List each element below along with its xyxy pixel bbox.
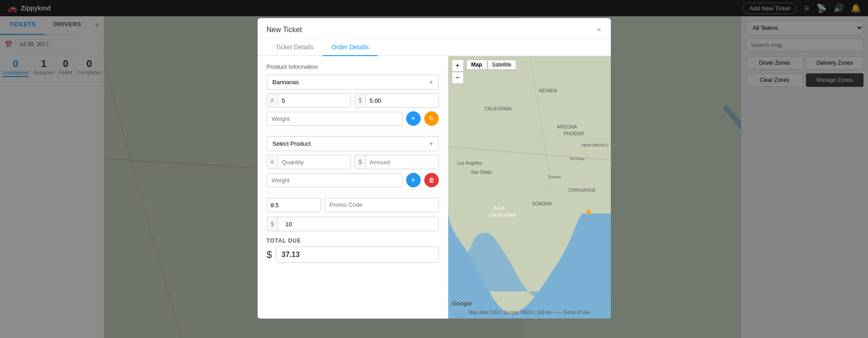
product1-price-prefix: $ bbox=[355, 94, 366, 107]
product2-quantity-input[interactable] bbox=[278, 156, 350, 169]
product1-weight-row: + ↻ bbox=[267, 111, 439, 126]
modal-map-controls: + − bbox=[452, 60, 464, 84]
svg-text:CHIHUAHUA: CHIHUAHUA bbox=[568, 188, 595, 193]
tip-row: $ bbox=[267, 217, 439, 231]
product2-price-prefix: $ bbox=[355, 155, 366, 169]
product1-quantity-input[interactable] bbox=[278, 94, 350, 107]
product1-refresh-button[interactable]: ↻ bbox=[424, 111, 439, 126]
tip-input[interactable] bbox=[282, 218, 438, 231]
google-logo: Google bbox=[452, 300, 472, 307]
product2-quantity-wrap: # bbox=[267, 155, 351, 169]
modal-close-button[interactable]: × bbox=[596, 24, 602, 35]
product1-quantity-prefix: # bbox=[267, 94, 278, 107]
total-due-label: TOTAL DUE bbox=[267, 238, 439, 244]
tip-prefix: $ bbox=[267, 217, 278, 231]
svg-text:CALIFORNIA: CALIFORNIA bbox=[489, 213, 516, 218]
product1-qty-price-row: # $ bbox=[267, 93, 439, 108]
svg-text:CALIFORNIA: CALIFORNIA bbox=[484, 106, 512, 111]
tab-ticket-details[interactable]: Ticket Details bbox=[267, 39, 323, 56]
order-details-form: Product Information Bannanas ▼ # bbox=[258, 56, 448, 319]
total-row: $ bbox=[267, 247, 439, 263]
product2-select-wrap: Select Product ▼ bbox=[267, 136, 439, 151]
product1-select[interactable]: Bannanas bbox=[267, 75, 439, 90]
product2-qty-price-row: # $ bbox=[267, 155, 439, 169]
modal-map: CALIFORNIA NEVADA ARIZONA PHOENIX NEW ME… bbox=[448, 56, 611, 319]
product-row-2: Select Product ▼ # $ bbox=[267, 136, 439, 187]
svg-text:ARIZONA: ARIZONA bbox=[557, 124, 577, 129]
product1-add-button[interactable]: + bbox=[406, 111, 421, 126]
svg-text:Los Angeles: Los Angeles bbox=[457, 161, 482, 166]
product2-weight-wrap bbox=[267, 173, 403, 187]
total-section: TOTAL DUE $ bbox=[267, 238, 439, 263]
svg-text:El Paso: El Paso bbox=[571, 157, 585, 161]
divider-1 bbox=[267, 131, 439, 132]
product-row-1: Bannanas ▼ # $ bbox=[267, 75, 439, 126]
map-zoom-out-button[interactable]: − bbox=[452, 72, 464, 84]
divider-2 bbox=[267, 193, 439, 193]
product1-weight-wrap bbox=[267, 112, 403, 126]
modal-map-inner: CALIFORNIA NEVADA ARIZONA PHOENIX NEW ME… bbox=[448, 56, 611, 319]
product2-price-input[interactable] bbox=[366, 156, 438, 169]
tax-promo-row: % bbox=[267, 198, 439, 212]
product1-weight-input[interactable] bbox=[267, 112, 402, 125]
map-type-map-button[interactable]: Map bbox=[466, 60, 487, 70]
modal-overlay: New Ticket × Ticket Details Order Detail… bbox=[0, 0, 868, 338]
svg-text:BAJA: BAJA bbox=[494, 206, 505, 211]
svg-text:San Diego: San Diego bbox=[471, 170, 492, 175]
product2-add-button[interactable]: + bbox=[406, 173, 421, 187]
total-due-input[interactable] bbox=[276, 247, 439, 263]
product1-price-wrap: $ bbox=[355, 93, 439, 108]
product1-quantity-wrap: # bbox=[267, 93, 351, 108]
product1-select-wrap: Bannanas ▼ bbox=[267, 75, 439, 90]
tax-input[interactable] bbox=[267, 199, 321, 212]
modal-body: Product Information Bannanas ▼ # bbox=[258, 56, 611, 319]
tax-wrap: % bbox=[267, 198, 321, 212]
map-type-buttons: Map Satellite bbox=[466, 60, 517, 70]
svg-text:NEVADA: NEVADA bbox=[539, 88, 557, 93]
svg-text:NEW MEXICO: NEW MEXICO bbox=[582, 143, 609, 148]
total-dollar-sign: $ bbox=[267, 249, 272, 261]
new-ticket-modal: New Ticket × Ticket Details Order Detail… bbox=[258, 18, 611, 319]
promo-wrap bbox=[325, 198, 439, 212]
map-attribution: Map data ©2017 Google, INEGI | 200 km ——… bbox=[448, 310, 611, 315]
product2-weight-input[interactable] bbox=[267, 174, 402, 187]
section-title-product-info: Product Information bbox=[267, 63, 439, 70]
svg-text:SONORA: SONORA bbox=[532, 201, 552, 206]
product2-select[interactable]: Select Product bbox=[267, 136, 439, 151]
map-zoom-in-button[interactable]: + bbox=[452, 60, 464, 71]
modal-tabs: Ticket Details Order Details bbox=[258, 39, 611, 56]
modal-header: New Ticket × bbox=[258, 18, 611, 39]
product2-quantity-prefix: # bbox=[267, 155, 278, 169]
product2-weight-row: + 🗑 bbox=[267, 173, 439, 187]
promo-code-input[interactable] bbox=[325, 198, 438, 211]
tab-order-details[interactable]: Order Details bbox=[322, 39, 378, 56]
map-type-satellite-button[interactable]: Satellite bbox=[487, 60, 517, 70]
modal-title: New Ticket bbox=[267, 26, 302, 34]
product2-price-wrap: $ bbox=[355, 155, 439, 169]
product2-delete-button[interactable]: 🗑 bbox=[424, 173, 439, 187]
product1-price-input[interactable] bbox=[366, 94, 438, 107]
modal-map-svg: CALIFORNIA NEVADA ARIZONA PHOENIX NEW ME… bbox=[448, 56, 611, 319]
svg-text:PHOENIX: PHOENIX bbox=[564, 131, 584, 136]
svg-text:Tucson: Tucson bbox=[548, 175, 561, 179]
